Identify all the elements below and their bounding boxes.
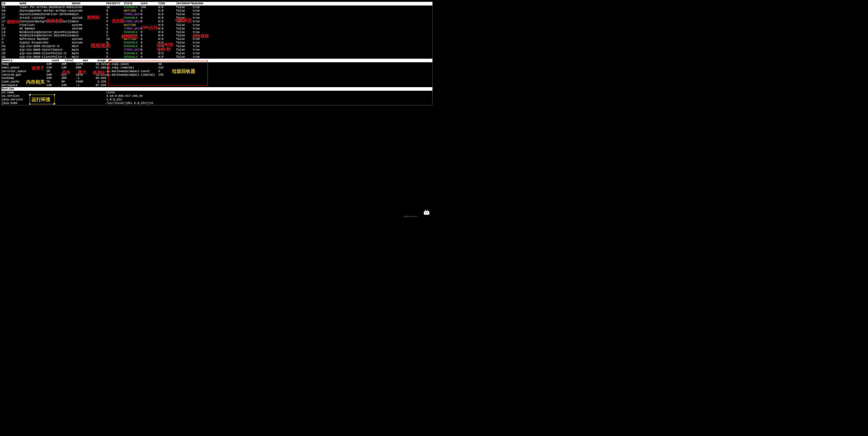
- cell-group: main: [72, 45, 106, 48]
- cell-time: 0:0: [158, 20, 176, 23]
- cell-priority: 5: [106, 34, 124, 37]
- gc-name: gc.marksweepcompact.count: [106, 69, 158, 73]
- watermark: CSDN @ha_lydms: [404, 215, 417, 217]
- cell-id: 43: [2, 55, 20, 59]
- cell-id: 4: [2, 41, 20, 45]
- rt-value: 1.8.0_221: [106, 98, 432, 101]
- cell-daemon: true: [193, 48, 209, 52]
- cell-priority: 5: [106, 48, 124, 52]
- cell-int: false: [176, 16, 193, 20]
- thread-row: 11AsyncFileHandlerWriter-1878246837main5…: [2, 13, 432, 16]
- cell-cpu: 0: [141, 55, 158, 59]
- cell-name: Signal Dispatcher: [20, 41, 72, 45]
- cell-id: 44: [2, 45, 20, 48]
- mem-max: 164M: [76, 73, 94, 77]
- cell-time: 0:0: [158, 9, 176, 13]
- rt-value: Linux: [106, 91, 432, 94]
- mem-name: eden_space: [2, 66, 46, 69]
- runtime-row: os.version3.10.0-693.el7.x86_64: [2, 94, 432, 98]
- cell-state: RUNNABLE: [124, 5, 141, 9]
- cell-id: 47: [2, 16, 20, 20]
- rt-value: 3.10.0-693.el7.x86_64: [106, 94, 432, 98]
- memory-row: eden_space11M13M65M17.39%: [2, 66, 106, 69]
- cell-group: main: [72, 52, 106, 55]
- cell-cpu: 0: [141, 45, 158, 48]
- cell-int: false: [176, 30, 193, 34]
- gc-rows: gc.copy.count40gc.copy.time(ms)216gc.mar…: [106, 62, 432, 87]
- cell-state: RUNNABLE: [124, 34, 141, 37]
- rt-name: os.name: [2, 91, 106, 94]
- cell-cpu: 0: [141, 9, 158, 13]
- mem-max: 65M: [76, 66, 94, 69]
- cell-group: system: [72, 16, 106, 20]
- cell-int: false: [176, 37, 193, 41]
- cell-id: 42: [2, 52, 20, 55]
- mem-col-used: used: [46, 59, 61, 62]
- thread-row: 47Attach Listenersystem9RUNNABLE00:0fals…: [2, 16, 432, 20]
- cell-state: TIMED_WAIT: [124, 13, 141, 16]
- th-state: STATE: [124, 2, 141, 5]
- cell-state: WAITING: [124, 23, 141, 27]
- memory-row: metaspace23M24M-197.42%: [2, 84, 106, 87]
- runtime-row: java.version1.8.0_221: [2, 98, 432, 101]
- cell-group: system: [72, 41, 106, 45]
- thread-row: 44ajp-nio-8009-Acceptor-0main5RUNNABLE00…: [2, 45, 432, 48]
- cell-time: 0:0: [158, 41, 176, 45]
- rt-value: /usr/local/jdk1.8.0_221/jre: [106, 101, 432, 105]
- cell-int: false: [176, 5, 193, 9]
- thread-row: 42ajp-nio-8009-ClientPoller-0main5RUNNAB…: [2, 52, 432, 55]
- memory-rows: heap43M46M237M18.31%eden_space11M13M65M1…: [2, 62, 106, 87]
- cell-name: ajp-nio-8009-ClientPoller-1: [20, 55, 72, 59]
- cell-time: 0:0: [158, 55, 176, 59]
- mem-total: [61, 69, 76, 73]
- th-id: ID: [2, 2, 20, 5]
- cell-group: main: [72, 48, 106, 52]
- svg-line-1: [425, 210, 426, 211]
- mem-used: 43M: [46, 62, 61, 66]
- cell-daemon: true: [193, 27, 209, 30]
- cell-group: system: [72, 23, 106, 27]
- cell-cpu: [141, 23, 158, 27]
- cell-int: false: [176, 52, 193, 55]
- mem-max: 237M: [76, 62, 94, 66]
- rt-name: java.home: [2, 101, 106, 105]
- cell-state: RUNNABLE: [124, 41, 141, 45]
- cell-name: Timer-for-arthas-dashboard-68b09b3: [20, 5, 72, 9]
- mem-max: [76, 69, 94, 73]
- svg-rect-0: [424, 211, 429, 215]
- cell-daemon: true: [193, 30, 209, 34]
- memory-gc-panel: heap43M46M237M18.31%eden_space11M13M65M1…: [2, 62, 432, 87]
- cell-name: Finalizer: [20, 23, 72, 27]
- cell-int: false: [176, 23, 193, 27]
- gc-row: gc.marksweepcompact.time(ms)148: [106, 73, 432, 77]
- cell-state: TIMED_WAIT: [124, 20, 141, 23]
- thread-row: 12GC Daemonsystem2TIMED_WAIT00:0falsetru…: [2, 27, 432, 30]
- cell-daemon: true: [193, 37, 209, 41]
- thread-row: 17ContainerBackgroundProcessor[Standmain…: [2, 20, 432, 23]
- cell-id: 11: [2, 13, 20, 16]
- cell-daemon: true: [193, 23, 209, 27]
- gc-value: 5: [158, 69, 172, 73]
- gc-value: 216: [158, 66, 172, 69]
- thread-row: 58Timer-for-arthas-dashboard-68b09b3syst…: [2, 5, 432, 9]
- cell-cpu: 0: [141, 48, 158, 52]
- cell-cpu: 0: [141, 41, 158, 45]
- cell-group: main: [72, 55, 106, 59]
- mem-name: nonheap: [2, 77, 46, 80]
- mem-used: 1M: [46, 69, 61, 73]
- cell-cpu: 0: [141, 13, 158, 16]
- cell-state: WAITING: [124, 37, 141, 41]
- cell-name: NioBlockingSelector.BlockPoller-2: [20, 34, 72, 37]
- cell-daemon: true: [193, 52, 209, 55]
- cell-id: 58: [2, 5, 20, 9]
- cell-id: 49: [2, 9, 20, 13]
- cell-name: AsyncFileHandlerWriter-1878246837: [20, 13, 72, 16]
- gc-row: gc.copy.count40: [106, 62, 432, 66]
- mem-usage: 97.42%: [94, 84, 106, 87]
- mem-max: -1: [76, 77, 94, 80]
- thread-row: 4Signal Dispatchersystem9RUNNABLE00:0fal…: [2, 41, 432, 45]
- cell-daemon: true: [193, 13, 209, 16]
- bilibili-icon[interactable]: [423, 210, 430, 215]
- cell-daemon: true: [193, 55, 209, 59]
- cell-cpu: 0: [141, 30, 158, 34]
